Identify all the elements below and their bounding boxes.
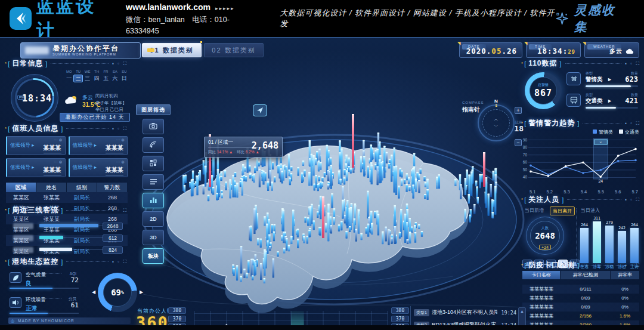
radar-icon: [149, 141, 157, 149]
focus-bar: 242涉恐: [618, 231, 626, 263]
alert-time: 19:24: [500, 310, 516, 316]
alert-row[interactable]: 类型2RD13-53烟感报警疑似火灾17:24: [414, 319, 516, 325]
plane-marker[interactable]: [253, 104, 267, 116]
layer-button-camera[interactable]: [143, 119, 164, 134]
clock-widget: PM 18:34: [11, 74, 58, 122]
contact-line: 微信：ben_lanlan 电话：010-63334945: [126, 14, 259, 37]
zoom-in-button[interactable]: +: [515, 107, 522, 114]
brand-logo-icon: [10, 7, 32, 30]
focus-tab[interactable]: 当日新增: [522, 206, 546, 215]
weekday-cn[interactable]: 三: [83, 75, 92, 82]
duty-table-row: 某某区张某某副局长268: [6, 192, 128, 203]
bar-value: 264: [628, 223, 641, 227]
website-link[interactable]: www.lanlanwork.com: [126, 2, 210, 12]
checkpoint-rate: 0%: [611, 294, 639, 303]
weekday-cn[interactable]: 二: [73, 75, 82, 82]
bar-value: 311: [590, 216, 603, 221]
lunar-line: 庚子年【鼠年】: [95, 100, 131, 107]
focus-tab[interactable]: 当日离开: [550, 206, 575, 215]
duty-role: 值班领导 ▸: [73, 164, 97, 170]
duty-cell: 张某某: [36, 192, 67, 203]
focus-delta: +24: [539, 245, 551, 250]
layer-button-list[interactable]: [143, 174, 164, 190]
flow-value: 824: [103, 246, 123, 254]
panel-corner-icons[interactable]: ▪ ▫ ⛶: [112, 61, 128, 67]
checkpoint-row: 某某某某某0/890%: [522, 303, 639, 312]
flow-row: 824: [6, 246, 128, 255]
flow-row: 612: [6, 235, 128, 243]
dotted-line: [26, 273, 61, 274]
card-dots-icon: ⋯ ⊗: [116, 138, 125, 143]
alert-row[interactable]: 类型1湿地3-104片区有不明人员闯入19:24: [414, 306, 516, 319]
panel-checkpoint: *[防疫卡口检测]▪ ▫ ⛶ 卡口名称异常/已检测异常率 某某某某某0/3110…: [521, 261, 640, 325]
panel-daily-info: *[日常信息]▪ ▫ ⛶ PM 18:34 MOTUWETHFRSASU一二三四…: [5, 59, 128, 125]
footer-strip: [0, 325, 644, 330]
svg-text:24: 24: [598, 179, 603, 183]
clock-time: 18:34: [14, 93, 60, 104]
y-axis-chip: 380: [391, 307, 409, 314]
duty-leader-card[interactable]: 值班领导 ▸⋯ ⊗某某某: [6, 158, 66, 177]
card-dots-icon: ⋯ ⊗: [54, 160, 63, 165]
alert-scrollbar[interactable]: ▲●▼: [518, 307, 526, 325]
focus-count: 2648: [527, 231, 564, 240]
weekday-cn[interactable]: 六: [110, 75, 119, 82]
eco-gauge: 69%: [98, 273, 137, 312]
weekday-cn[interactable]: 一: [64, 75, 73, 82]
list-icon: [150, 178, 157, 186]
weekday-cn[interactable]: 日: [120, 75, 129, 82]
focus-bar: 264在逃: [580, 228, 589, 263]
duty-cell: 某某区: [6, 192, 36, 203]
data110-item: 类型交通类 ▸数量421: [566, 92, 639, 110]
duty-col-header[interactable]: 区域: [6, 183, 36, 192]
alert-list: 类型1湿地3-104片区有不明人员闯入19:24类型2RD13-53烟感报警疑似…: [410, 306, 516, 325]
gauge-right-arrow[interactable]: ▶: [140, 289, 143, 295]
duty-name: 某某某: [106, 166, 123, 175]
item-name: 警情类 ▸: [586, 76, 611, 84]
x-tick-label: 5.5: [597, 189, 603, 195]
checkpoint-detect: 0/89: [561, 294, 611, 303]
svg-text:˅: ˅: [600, 141, 602, 144]
duty-leader-card[interactable]: 值班领导 ▸⋯ ⊗某某某: [69, 158, 128, 177]
layer-button-2D[interactable]: 2D: [143, 211, 164, 227]
duty-leader-card[interactable]: 值班领导 ▸⋯ ⊗某某某: [69, 136, 128, 155]
weekday-en: SA: [110, 70, 119, 73]
layer-button-3D[interactable]: 3D: [143, 230, 164, 245]
checkpoint-col-header[interactable]: 异常/已检测: [561, 271, 610, 279]
item-fill: [586, 85, 631, 87]
weekday-en: SU: [120, 70, 129, 73]
duty-col-header[interactable]: 警力数: [97, 183, 127, 192]
layer-button-radar[interactable]: [143, 137, 164, 153]
platform-subtitle: SUMMER WORKING PLATFORM: [52, 53, 119, 57]
sparkle-icon: [555, 11, 569, 26]
tab-data-category-2[interactable]: 02 数据类别: [204, 43, 264, 57]
bar-value: 264: [578, 223, 591, 227]
layer-button-板块[interactable]: 板块: [143, 248, 164, 264]
checkpoint-rate: 0%: [611, 285, 639, 294]
duty-col-header[interactable]: 姓名: [36, 183, 66, 192]
blurred-logo: [25, 47, 49, 54]
bar-fill: [580, 228, 589, 263]
focus-bar: 264上访: [630, 228, 639, 263]
office-count-value: 360: [136, 313, 169, 325]
gauge-left-arrow[interactable]: ◀: [92, 289, 95, 295]
flow-value: 2648: [103, 223, 123, 230]
weather-plate: ◥ WEATHER 多云: [584, 42, 639, 58]
compass-ring[interactable]: ︿﹀: [478, 104, 515, 141]
layer-button-bar-chart[interactable]: [143, 193, 164, 208]
zoom-out-button[interactable]: −: [515, 139, 522, 146]
weekday-cn[interactable]: 四: [92, 75, 101, 82]
bar-value: 242: [615, 226, 628, 230]
checkpoint-col-header[interactable]: 异常率: [611, 271, 639, 279]
y-axis-chip: 380: [168, 307, 186, 314]
item-fill: [586, 107, 616, 109]
duty-col-header[interactable]: 级别: [67, 183, 97, 192]
checkpoint-col-header[interactable]: 卡口名称: [522, 271, 560, 279]
layer-filter-title: 图层筛选: [136, 104, 171, 115]
tab-data-category-1[interactable]: 01 数据类别: [142, 43, 202, 57]
flow-bar: [39, 236, 63, 239]
trend-line-chart: 908070605040˅24: [522, 135, 639, 190]
weekday-cn[interactable]: 五: [101, 75, 110, 82]
duty-leader-card[interactable]: 值班领导 ▸⋯ ⊗某某某: [6, 136, 66, 155]
layer-button-grid[interactable]: [143, 156, 164, 171]
inspiration-collect[interactable]: 灵感收集: [555, 2, 627, 35]
